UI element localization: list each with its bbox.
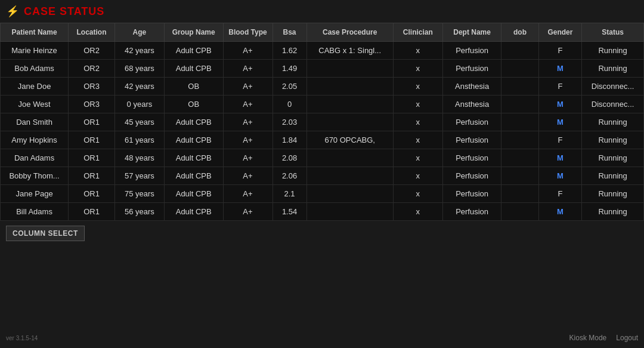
col-dept-name[interactable]: Dept Name (442, 23, 501, 42)
cell-bsa: 2.06 (273, 167, 306, 185)
cell-patient-name: Bobby Thom... (1, 167, 69, 185)
cell-dept-name: Ansthesia (442, 78, 501, 96)
cell-blood-type: A+ (223, 149, 273, 167)
cell-location: OR1 (69, 167, 115, 185)
cell-dept-name: Perfusion (442, 131, 501, 149)
column-select-button[interactable]: COLUMN SELECT (6, 226, 85, 241)
heartbeat-icon: ⚡ (6, 5, 19, 18)
cell-age: 68 years (114, 60, 164, 78)
cell-age: 75 years (114, 185, 164, 203)
cell-clinician: x (393, 113, 442, 131)
cell-patient-name: Marie Heinze (1, 42, 69, 60)
cell-group-name: Adult CPB (164, 185, 223, 203)
cell-dept-name: Perfusion (442, 203, 501, 221)
col-status[interactable]: Status (582, 23, 644, 42)
cell-blood-type: A+ (223, 131, 273, 149)
footer-right: Kiosk Mode Logout (569, 334, 638, 342)
cell-patient-name: Dan Adams (1, 149, 69, 167)
cell-gender: F (538, 131, 582, 149)
table-row[interactable]: Marie HeinzeOR242 yearsAdult CPBA+1.62CA… (1, 42, 644, 60)
col-clinician[interactable]: Clinician (393, 23, 442, 42)
cell-case-procedure (306, 60, 393, 78)
cell-patient-name: Amy Hopkins (1, 131, 69, 149)
cell-bsa: 0 (273, 96, 306, 113)
cell-status: Running (582, 60, 644, 78)
cell-blood-type: A+ (223, 185, 273, 203)
table-row[interactable]: Jane PageOR175 yearsAdult CPBA+2.1xPerfu… (1, 185, 644, 203)
kiosk-mode-button[interactable]: Kiosk Mode (569, 334, 607, 342)
col-dob[interactable]: dob (501, 23, 538, 42)
cell-clinician: x (393, 60, 442, 78)
table-row[interactable]: Dan AdamsOR148 yearsAdult CPBA+2.08xPerf… (1, 149, 644, 167)
table-row[interactable]: Bobby Thom...OR157 yearsAdult CPBA+2.06x… (1, 167, 644, 185)
col-location[interactable]: Location (69, 23, 115, 42)
cell-gender: M (538, 60, 582, 78)
cell-group-name: Adult CPB (164, 167, 223, 185)
cell-status: Running (582, 203, 644, 221)
cell-patient-name: Joe West (1, 96, 69, 113)
table-row[interactable]: Dan SmithOR145 yearsAdult CPBA+2.03xPerf… (1, 113, 644, 131)
cell-location: OR2 (69, 60, 115, 78)
cell-patient-name: Dan Smith (1, 113, 69, 131)
cell-dob (501, 131, 538, 149)
cell-case-procedure (306, 149, 393, 167)
cell-dob (501, 203, 538, 221)
col-bsa[interactable]: Bsa (273, 23, 306, 42)
cell-bsa: 1.84 (273, 131, 306, 149)
cell-blood-type: A+ (223, 42, 273, 60)
cell-case-procedure: 670 OPCABG, (306, 131, 393, 149)
cell-bsa: 2.08 (273, 149, 306, 167)
cell-status: Running (582, 185, 644, 203)
cell-clinician: x (393, 185, 442, 203)
cell-blood-type: A+ (223, 60, 273, 78)
cell-blood-type: A+ (223, 167, 273, 185)
cell-gender: M (538, 167, 582, 185)
footer: ver 3.1.5-14 Kiosk Mode Logout (0, 334, 644, 342)
cell-gender: F (538, 185, 582, 203)
cell-patient-name: Bill Adams (1, 203, 69, 221)
logout-button[interactable]: Logout (616, 334, 638, 342)
cell-gender: F (538, 42, 582, 60)
cell-group-name: Adult CPB (164, 203, 223, 221)
page-title: CASE STATUS (24, 5, 104, 18)
table-row[interactable]: Bill AdamsOR156 yearsAdult CPBA+1.54xPer… (1, 203, 644, 221)
table-body: Marie HeinzeOR242 yearsAdult CPBA+1.62CA… (1, 42, 644, 221)
cell-bsa: 2.05 (273, 78, 306, 96)
table-row[interactable]: Joe WestOR30 yearsOBA+0xAnsthesiaMDiscon… (1, 96, 644, 113)
app-header: ⚡ CASE STATUS (0, 0, 644, 23)
table-row[interactable]: Amy HopkinsOR161 yearsAdult CPBA+1.84670… (1, 131, 644, 149)
cell-location: OR3 (69, 78, 115, 96)
cell-age: 0 years (114, 96, 164, 113)
cell-dob (501, 96, 538, 113)
col-blood-type[interactable]: Blood Type (223, 23, 273, 42)
cell-blood-type: A+ (223, 203, 273, 221)
cell-case-procedure (306, 113, 393, 131)
col-group-name[interactable]: Group Name (164, 23, 223, 42)
cell-dob (501, 167, 538, 185)
cell-dept-name: Perfusion (442, 113, 501, 131)
cell-clinician: x (393, 42, 442, 60)
cell-bsa: 1.54 (273, 203, 306, 221)
col-patient-name[interactable]: Patient Name (1, 23, 69, 42)
cell-group-name: OB (164, 96, 223, 113)
cell-status: Running (582, 113, 644, 131)
cell-group-name: Adult CPB (164, 60, 223, 78)
cell-age: 56 years (114, 203, 164, 221)
cell-group-name: Adult CPB (164, 131, 223, 149)
table-row[interactable]: Bob AdamsOR268 yearsAdult CPBA+1.49xPerf… (1, 60, 644, 78)
cell-case-procedure (306, 185, 393, 203)
cell-clinician: x (393, 167, 442, 185)
table-row[interactable]: Jane DoeOR342 yearsOBA+2.05xAnsthesiaFDi… (1, 78, 644, 96)
cell-group-name: Adult CPB (164, 149, 223, 167)
cell-bsa: 1.62 (273, 42, 306, 60)
col-case-procedure[interactable]: Case Procedure (306, 23, 393, 42)
col-age[interactable]: Age (114, 23, 164, 42)
cell-dept-name: Perfusion (442, 60, 501, 78)
cell-clinician: x (393, 96, 442, 113)
cell-age: 45 years (114, 113, 164, 131)
cell-location: OR3 (69, 96, 115, 113)
cell-age: 61 years (114, 131, 164, 149)
cell-patient-name: Jane Page (1, 185, 69, 203)
col-gender[interactable]: Gender (538, 23, 582, 42)
cell-bsa: 1.49 (273, 60, 306, 78)
